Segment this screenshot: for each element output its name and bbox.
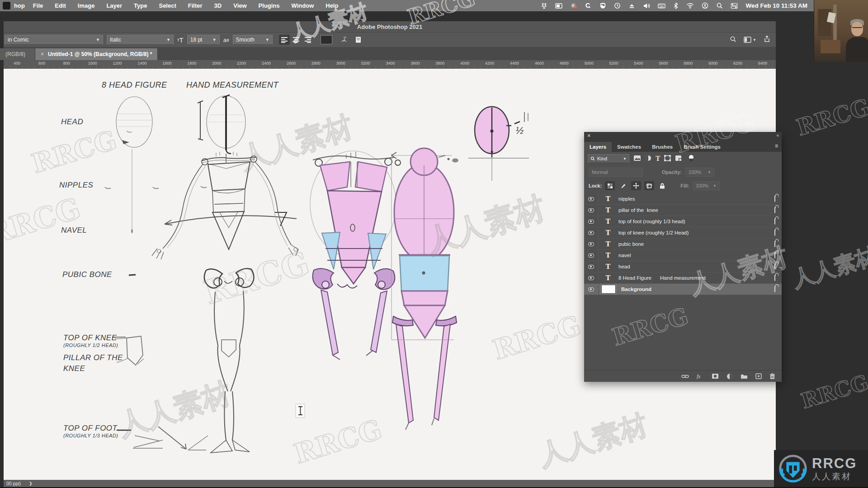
visibility-toggle[interactable] (584, 216, 599, 227)
filter-smart-object-icon[interactable] (675, 155, 682, 162)
layer-row[interactable]: Thead (584, 261, 782, 272)
layer-row[interactable]: Tnavel (584, 250, 782, 261)
menu-item-image[interactable]: Image (78, 2, 95, 9)
layer-row[interactable]: Ttop of foot (roughly 1/3 head) (584, 216, 782, 227)
sync-badge-icon[interactable]: S (570, 2, 577, 9)
document-tab-active[interactable]: × Untitled-1 @ 50% (Background, RGB/8) * (35, 48, 158, 60)
layer-name[interactable]: pillar of the knee (618, 207, 658, 213)
layer-row[interactable]: Tnipples (584, 193, 782, 205)
dropbox-icon[interactable] (541, 2, 547, 9)
lock-icon[interactable] (774, 219, 775, 224)
mask-icon[interactable] (712, 373, 719, 379)
lock-icon[interactable] (774, 264, 775, 269)
visibility-toggle[interactable] (584, 261, 599, 272)
bluetooth-icon[interactable] (673, 2, 679, 9)
visibility-toggle[interactable] (584, 272, 599, 283)
close-icon[interactable]: × (41, 51, 44, 57)
lock-icon[interactable] (774, 230, 775, 235)
visibility-toggle[interactable] (584, 193, 599, 204)
layer-row[interactable]: Background (584, 284, 782, 295)
layer-row[interactable]: Tpubic bone (584, 239, 782, 250)
menubar-clock[interactable]: Wed Feb 10 11:53 AM (745, 2, 807, 9)
fx-icon[interactable]: fx (697, 373, 704, 379)
creative-cloud-icon[interactable]: C (585, 2, 592, 9)
blend-mode-select[interactable]: Normal (589, 168, 643, 177)
delete-icon[interactable] (769, 373, 775, 380)
anti-alias-select[interactable]: Smooth▼ (233, 35, 273, 45)
menu-item-3d[interactable]: 3D (214, 2, 222, 9)
menu-item-filter[interactable]: Filter (188, 2, 203, 9)
status-chevron-icon[interactable]: ❯ (29, 481, 33, 486)
status-doc-info[interactable]: 00 ppi) (6, 481, 21, 486)
font-style-select[interactable]: Italic▼ (107, 35, 174, 45)
lock-icon[interactable] (774, 286, 775, 292)
text-layer-thumbnail[interactable]: T (603, 263, 613, 271)
close-icon[interactable]: ✕ (587, 133, 591, 139)
toggle-panels-icon[interactable] (355, 36, 362, 43)
fill-select[interactable]: 100%▼ (693, 181, 720, 190)
collapse-icon[interactable]: « (776, 133, 779, 138)
lock-artboard-button[interactable] (644, 181, 654, 190)
text-layer-thumbnail[interactable]: T (603, 229, 613, 237)
panel-tab-swatches[interactable]: Swatches (612, 142, 646, 152)
share-icon[interactable] (764, 35, 770, 44)
visibility-toggle[interactable] (584, 250, 599, 261)
lock-icon[interactable] (774, 275, 775, 281)
wifi-icon[interactable] (686, 3, 694, 9)
layer-thumbnail[interactable] (601, 285, 616, 294)
filter-shape-icon[interactable] (664, 155, 671, 162)
control-center-icon[interactable] (731, 3, 738, 9)
lock-pixels-button[interactable] (618, 181, 628, 190)
visibility-toggle[interactable] (584, 284, 599, 295)
menu-item-file[interactable]: File (33, 2, 43, 9)
align-left-button[interactable] (279, 35, 290, 45)
search-icon[interactable] (730, 36, 736, 44)
document-tab-inactive[interactable]: (RGB/8) (0, 48, 35, 60)
group-icon[interactable] (741, 373, 748, 379)
panel-tab-brush-settings[interactable]: Brush Settings (678, 142, 726, 152)
filter-image-icon[interactable] (633, 155, 641, 162)
opacity-select[interactable]: 100%▼ (685, 168, 714, 177)
visibility-toggle[interactable] (584, 239, 599, 249)
layer-row[interactable]: Ttop of knee (roughly 1/2 Head) (584, 227, 782, 239)
text-layer-thumbnail[interactable]: T (603, 217, 613, 225)
align-center-button[interactable] (291, 35, 302, 45)
app-icon[interactable] (3, 2, 10, 9)
lock-icon[interactable] (774, 241, 775, 247)
menu-item-help[interactable]: Help (326, 2, 338, 9)
font-size-select[interactable]: 18 pt▼ (187, 35, 220, 45)
layer-name[interactable]: navel (618, 253, 631, 258)
user-icon[interactable] (702, 2, 708, 9)
layer-name[interactable]: pubic bone (618, 241, 644, 247)
layer-name[interactable]: Background (621, 286, 651, 292)
display-icon[interactable] (555, 3, 562, 9)
shield-icon[interactable] (599, 2, 606, 9)
panel-menu-icon[interactable]: ≡ (775, 143, 782, 152)
time-machine-icon[interactable] (614, 2, 621, 9)
layer-name[interactable]: 8 Head Figure Hand measurement (618, 275, 706, 281)
new-layer-icon[interactable] (755, 373, 762, 379)
warp-text-icon[interactable]: T (340, 36, 348, 43)
menu-item-type[interactable]: Type (134, 2, 147, 9)
lock-icon[interactable] (774, 207, 775, 213)
link-icon[interactable] (681, 374, 689, 379)
menu-item-plugins[interactable]: Plugins (259, 2, 280, 9)
eject-icon[interactable] (628, 3, 635, 9)
align-right-button[interactable] (302, 35, 313, 45)
font-family-select[interactable]: in Comic▼ (5, 35, 103, 45)
workspace-switcher-icon[interactable]: ▼ (744, 37, 756, 43)
filter-adjustment-icon[interactable] (645, 155, 651, 162)
menu-item-select[interactable]: Select (159, 2, 176, 9)
filter-type-icon[interactable]: T (656, 155, 660, 162)
lock-transparency-button[interactable] (605, 181, 615, 190)
menu-item-layer[interactable]: Layer (106, 2, 122, 9)
filter-toggle-dot-icon[interactable] (689, 155, 694, 162)
layer-row[interactable]: Tpillar of the knee (584, 205, 782, 216)
menu-item-window[interactable]: Window (292, 2, 314, 9)
layer-name[interactable]: top of foot (roughly 1/3 head) (618, 219, 685, 224)
lock-icon[interactable] (774, 253, 775, 258)
lock-all-button[interactable] (657, 181, 667, 190)
text-layer-thumbnail[interactable]: T (603, 274, 613, 282)
menu-item-edit[interactable]: Edit (55, 2, 66, 9)
text-color-swatch[interactable] (321, 35, 332, 44)
